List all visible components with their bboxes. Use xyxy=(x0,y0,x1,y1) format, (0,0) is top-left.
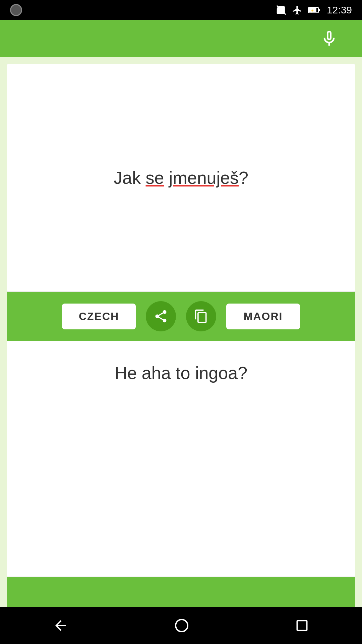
main-content: Jak se jmenuješ? CZECH MAORI He aha to i… xyxy=(0,57,362,607)
copy-button[interactable] xyxy=(186,301,216,331)
translation-text: He aha to ingoa? xyxy=(101,341,261,406)
no-sim-icon xyxy=(276,5,287,15)
bottom-bar xyxy=(7,577,355,607)
back-icon xyxy=(53,618,69,634)
target-language-button[interactable]: MAORI xyxy=(226,304,300,329)
underlined-word-se: se xyxy=(145,168,164,187)
recents-button[interactable] xyxy=(285,615,319,636)
source-text: Jak se jmenuješ? xyxy=(100,152,262,204)
svg-point-5 xyxy=(176,620,188,632)
source-language-button[interactable]: CZECH xyxy=(62,304,136,329)
signal-icon xyxy=(10,4,22,16)
home-icon xyxy=(174,618,190,634)
mic-button[interactable] xyxy=(310,26,349,51)
back-button[interactable] xyxy=(43,614,79,637)
app-bar xyxy=(0,20,362,57)
share-button[interactable] xyxy=(146,301,176,331)
language-bar: CZECH MAORI xyxy=(7,292,355,341)
status-bar: ⚡ 12:39 xyxy=(0,0,362,20)
mic-icon xyxy=(320,29,339,48)
svg-text:⚡: ⚡ xyxy=(310,9,314,13)
svg-rect-3 xyxy=(318,9,320,11)
source-panel: Jak se jmenuješ? xyxy=(7,64,355,292)
copy-icon xyxy=(194,309,208,324)
share-icon xyxy=(154,309,168,324)
airplane-icon xyxy=(292,5,303,15)
recents-icon xyxy=(295,618,309,633)
underlined-word-jmenujes: jmenuješ xyxy=(169,168,239,187)
battery-icon: ⚡ xyxy=(308,5,321,15)
status-right: ⚡ 12:39 xyxy=(276,4,352,16)
svg-rect-6 xyxy=(297,621,307,630)
status-left xyxy=(10,4,22,16)
nav-bar xyxy=(0,607,362,644)
translation-panel: He aha to ingoa? xyxy=(7,341,355,577)
status-time: 12:39 xyxy=(327,4,352,16)
home-button[interactable] xyxy=(164,614,200,637)
